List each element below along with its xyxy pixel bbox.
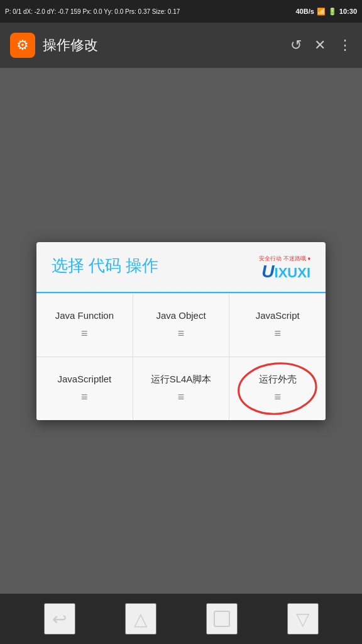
menu-button[interactable]: ⋮ — [338, 37, 352, 53]
javascriptlet-label: JavaScriptlet — [57, 373, 111, 386]
status-bar: P: 0/1 dX: -2.0 dY: -0.7 159 Px: 0.0 Yy:… — [0, 0, 362, 23]
recents-icon — [214, 611, 230, 627]
toolbar: ⚙ 操作修改 ↺ ✕ ⋮ — [0, 23, 362, 68]
dialog-title: 选择 代码 操作 — [52, 255, 158, 277]
brand-logo: 安全行动 不迷路哦 ♦ UIXUXI — [259, 255, 310, 282]
javascript-label: JavaScript — [256, 309, 300, 322]
java-object-label: Java Object — [156, 309, 206, 322]
back-button[interactable]: ↩ — [44, 603, 75, 635]
down-button[interactable]: ▽ — [287, 603, 319, 635]
run-shell-label: 运行外壳 — [259, 373, 297, 386]
back-icon: ↩ — [52, 609, 67, 630]
dialog-header: 选择 代码 操作 安全行动 不迷路哦 ♦ UIXUXI — [36, 242, 326, 293]
java-function-icon: ≡ — [81, 327, 88, 340]
app-icon-glyph: ⚙ — [16, 37, 29, 53]
javascript-icon: ≡ — [274, 327, 281, 340]
run-shell-icon: ≡ — [274, 391, 281, 404]
java-function-label: Java Function — [55, 309, 114, 322]
main-content: 选择 代码 操作 安全行动 不迷路哦 ♦ UIXUXI Java Functio… — [0, 68, 362, 594]
toolbar-actions: ↺ ✕ ⋮ — [290, 37, 352, 53]
java-object-icon: ≡ — [178, 327, 185, 340]
home-button[interactable]: △ — [125, 603, 156, 635]
reload-button[interactable]: ↺ — [290, 37, 302, 53]
dialog-grid: Java Function ≡ Java Object ≡ JavaScript… — [36, 293, 326, 420]
down-icon: ▽ — [296, 609, 310, 630]
grid-item-javascriptlet[interactable]: JavaScriptlet ≡ — [36, 357, 133, 420]
time-display: 10:30 — [339, 8, 357, 15]
page-title: 操作修改 — [43, 36, 283, 55]
dialog: 选择 代码 操作 安全行动 不迷路哦 ♦ UIXUXI Java Functio… — [36, 242, 326, 420]
grid-item-java-object[interactable]: Java Object ≡ — [133, 294, 229, 357]
grid-item-run-shell[interactable]: 运行外壳 ≡ — [229, 357, 326, 420]
circle-highlight — [229, 357, 326, 420]
battery-icon: 🔋 — [328, 8, 337, 16]
network-speed: 40B/s — [296, 8, 314, 15]
javascriptlet-icon: ≡ — [81, 391, 88, 404]
brand-text: IXUXI — [275, 265, 310, 280]
home-icon: △ — [134, 609, 148, 630]
app-icon: ⚙ — [10, 33, 35, 58]
status-right: 40B/s 📶 🔋 10:30 — [296, 8, 358, 16]
close-button[interactable]: ✕ — [314, 37, 326, 53]
bottom-nav: ↩ △ ▽ — [0, 594, 362, 644]
status-debug-text: P: 0/1 dX: -2.0 dY: -0.7 159 Px: 0.0 Yy:… — [5, 8, 180, 15]
brand-u: U — [261, 262, 274, 281]
status-left: P: 0/1 dX: -2.0 dY: -0.7 159 Px: 0.0 Yy:… — [5, 8, 180, 15]
grid-item-run-sl4a[interactable]: 运行SL4A脚本 ≡ — [133, 357, 229, 420]
recents-button[interactable] — [206, 603, 238, 635]
svg-point-0 — [237, 360, 319, 416]
run-sl4a-label: 运行SL4A脚本 — [151, 373, 212, 386]
run-sl4a-icon: ≡ — [178, 391, 185, 404]
signal-icon: 📶 — [317, 8, 326, 16]
grid-item-javascript[interactable]: JavaScript ≡ — [229, 294, 326, 357]
grid-item-java-function[interactable]: Java Function ≡ — [36, 294, 133, 357]
